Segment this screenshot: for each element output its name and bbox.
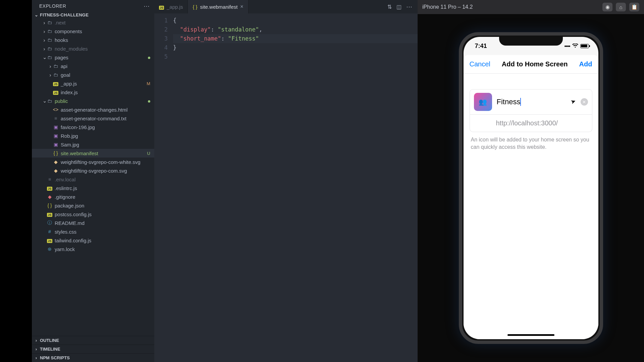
file-_app.js[interactable]: JS_app.jsM xyxy=(32,79,154,88)
explorer-title: EXPLORER xyxy=(39,3,66,9)
modified-dot-icon xyxy=(148,55,150,60)
scm-badge: U xyxy=(147,151,150,156)
app-icon-preview: 👥 xyxy=(474,93,492,111)
explorer-more-icon[interactable]: ⋯ xyxy=(144,2,150,10)
screenshot-icon[interactable]: ◉ xyxy=(602,3,612,11)
close-icon[interactable]: × xyxy=(240,4,243,10)
timeline-section[interactable]: ›TIMELINE xyxy=(32,345,154,353)
tree-label: _app.js xyxy=(61,81,145,86)
file-.gitignore[interactable]: ◆.gitignore xyxy=(32,192,154,201)
tab-label: site.webmanifest xyxy=(200,4,238,10)
file-README.md[interactable]: ⓘREADME.md xyxy=(32,219,154,227)
editor-more-icon[interactable]: ⋯ xyxy=(406,3,413,10)
folder-icon: 🗀 xyxy=(47,46,53,51)
outline-section[interactable]: ›OUTLINE xyxy=(32,336,154,345)
tree-label: weightlifting-svgrepo-com-white.svg xyxy=(61,159,150,165)
project-header[interactable]: ⌄ FITNESS-CHALLENGE xyxy=(32,12,154,18)
tree-label: README.md xyxy=(55,220,150,226)
file-Sam.jpg[interactable]: ▣Sam.jpg xyxy=(32,140,154,149)
tab-site.webmanifest[interactable]: { }site.webmanifest× xyxy=(188,0,248,13)
tree-label: weightlifting-svgrepo-com.svg xyxy=(61,168,150,174)
folder-api[interactable]: ›🗀api xyxy=(32,62,154,70)
file-yarn.lock[interactable]: ⊛yarn.lock xyxy=(32,245,154,253)
sheet-title: Add to Home Screen xyxy=(502,60,568,68)
file-styles.css[interactable]: #styles.css xyxy=(32,227,154,236)
file-weightlifting-svgrepo-com-white.svg[interactable]: ◆weightlifting-svgrepo-com-white.svg xyxy=(32,158,154,166)
line-gutter: 12345 xyxy=(154,13,173,362)
file-Rob.jpg[interactable]: ▣Rob.jpg xyxy=(32,131,154,140)
file-site.webmanifest[interactable]: { }site.webmanifestU xyxy=(32,149,154,158)
file-asset-generator-command.txt[interactable]: ≡asset-generator-command.txt xyxy=(32,114,154,123)
folder-components[interactable]: ›🗀components xyxy=(32,27,154,36)
folder-icon: 🗀 xyxy=(47,28,53,34)
folder-pages[interactable]: ⌄🗀pages xyxy=(32,53,154,62)
scm-badge: M xyxy=(147,81,150,86)
file-asset-generator-changes.html[interactable]: <>asset-generator-changes.html xyxy=(32,105,154,114)
folder-hooks[interactable]: ›🗀hooks xyxy=(32,36,154,44)
file-package.json[interactable]: { }package.json xyxy=(32,201,154,210)
folder-node_modules[interactable]: ›🗀node_modules xyxy=(32,44,154,53)
app-name-input[interactable]: Fitness xyxy=(497,98,576,106)
folder-.next[interactable]: ›🗀.next xyxy=(32,18,154,27)
folder-goal[interactable]: ›🗀goal xyxy=(32,70,154,79)
tree-label: pages xyxy=(55,55,146,60)
file-weightlifting-svgrepo-com.svg[interactable]: ◆weightlifting-svgrepo-com.svg xyxy=(32,166,154,175)
home-indicator[interactable] xyxy=(507,334,554,336)
code-editor[interactable]: 12345 { "display": "standalone", "short_… xyxy=(154,13,418,362)
add-button[interactable]: Add xyxy=(579,60,592,68)
tree-label: site.webmanifest xyxy=(61,150,145,156)
tree-label: components xyxy=(55,28,150,34)
phone-notch xyxy=(499,36,563,46)
file-.eslintrc.js[interactable]: JS.eslintrc.js xyxy=(32,184,154,192)
tree-label: tailwind.config.js xyxy=(55,238,150,243)
app-url: http://localhost:3000/ xyxy=(470,115,592,132)
tree-label: .next xyxy=(55,20,150,25)
tree-label: public xyxy=(55,98,146,104)
project-name: FITNESS-CHALLENGE xyxy=(40,12,89,17)
file-.env.local[interactable]: ≡.env.local xyxy=(32,175,154,184)
tab-_app.js[interactable]: JS_app.js xyxy=(154,0,188,13)
status-time: 7:41 xyxy=(475,43,487,50)
folder-public[interactable]: ⌄🗀public xyxy=(32,97,154,105)
home-icon[interactable]: ⌂ xyxy=(616,3,626,11)
explorer-sidebar: EXPLORER ⋯ ⌄ FITNESS-CHALLENGE ›🗀.next›🗀… xyxy=(32,0,154,362)
battery-icon xyxy=(580,44,589,48)
tree-label: goal xyxy=(61,72,150,78)
tree-label: asset-generator-command.txt xyxy=(61,116,150,121)
tree-label: api xyxy=(61,63,150,69)
cancel-button[interactable]: Cancel xyxy=(470,60,490,68)
folder-icon: 🗀 xyxy=(47,98,53,104)
clipboard-icon[interactable]: 📋 xyxy=(629,3,639,11)
code-content[interactable]: { "display": "standalone", "short_name":… xyxy=(173,13,418,362)
tree-label: Rob.jpg xyxy=(61,133,150,139)
tree-label: Sam.jpg xyxy=(61,142,150,147)
file-index.js[interactable]: JSindex.js xyxy=(32,88,154,97)
folder-icon: 🗀 xyxy=(53,63,59,69)
file-tailwind.config.js[interactable]: JStailwind.config.js xyxy=(32,236,154,245)
folder-icon: 🗀 xyxy=(47,20,53,25)
file-favicon-196.jpg[interactable]: ▣favicon-196.jpg xyxy=(32,123,154,131)
folder-icon: 🗀 xyxy=(47,37,53,43)
tree-label: index.js xyxy=(61,89,150,95)
split-editor-icon[interactable]: ◫ xyxy=(396,4,401,10)
tree-label: .eslintrc.js xyxy=(55,185,150,191)
simulator-device-label: iPhone 11 Pro – 14.2 xyxy=(422,4,473,10)
npm-scripts-section[interactable]: ›NPM SCRIPTS xyxy=(32,353,154,362)
file-tree[interactable]: ›🗀.next›🗀components›🗀hooks›🗀node_modules… xyxy=(32,18,154,336)
tree-label: node_modules xyxy=(55,46,150,52)
signal-icon: •••• xyxy=(564,43,570,49)
tree-label: .env.local xyxy=(55,177,150,182)
tree-label: styles.css xyxy=(55,229,150,235)
modified-dot-icon xyxy=(148,99,150,104)
tree-label: yarn.lock xyxy=(55,246,150,252)
tree-label: asset-generator-changes.html xyxy=(61,107,150,113)
clear-text-icon[interactable]: ✕ xyxy=(581,98,588,106)
folder-icon: 🗀 xyxy=(53,72,59,77)
tree-label: .gitignore xyxy=(55,194,150,200)
tree-label: package.json xyxy=(55,203,150,208)
tree-label: favicon-196.jpg xyxy=(61,124,150,130)
compare-icon[interactable]: ⇅ xyxy=(387,4,392,10)
file-postcss.config.js[interactable]: JSpostcss.config.js xyxy=(32,210,154,219)
wifi-icon xyxy=(572,43,578,49)
phone-frame: 7:41 •••• Cancel Add to Home Screen Add xyxy=(459,32,603,344)
